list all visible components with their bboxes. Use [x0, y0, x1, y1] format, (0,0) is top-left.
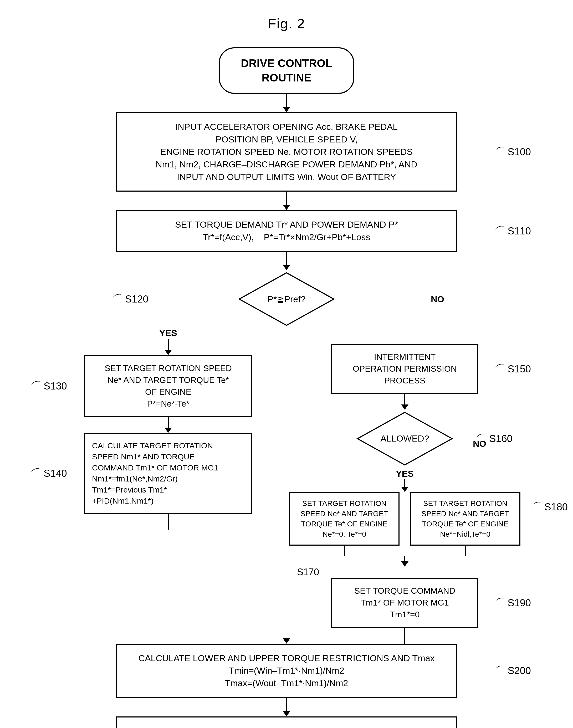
arrow-3: [286, 252, 287, 265]
s100-block: INPUT ACCELERATOR OPENING Acc, BRAKE PED…: [116, 112, 457, 192]
left-branch: YES SET TARGET ROTATION SPEED Ne* AND TA…: [50, 328, 286, 644]
s100-step: S100: [508, 146, 531, 158]
s175-block: SET TARGET ROTATION SPEED Ne* AND TARGET…: [289, 492, 400, 546]
s140-label-group: ⌒ S140: [32, 466, 67, 480]
s160-yes-arrowhead: [401, 487, 409, 492]
s200-arrow2: [283, 711, 290, 717]
s180-col: SET TARGET ROTATION SPEED Ne* AND TARGET…: [410, 492, 520, 556]
s140-bottom-arrow: [168, 514, 169, 530]
s130-arrow: [168, 417, 169, 428]
arrowhead-1: [283, 107, 290, 112]
s150-wrapper: INTERMITTENT OPERATION PERMISSION PROCES…: [331, 344, 478, 394]
s200-step: S200: [508, 665, 531, 676]
arrow-2: [286, 192, 287, 205]
figure-title: Fig. 2: [21, 16, 552, 32]
s120-diamond: P*≧Pref?: [237, 270, 336, 328]
s100-curve: ⌒: [493, 143, 508, 160]
s110-curve: ⌒: [493, 222, 508, 240]
s160-yes-arrow: [404, 479, 405, 487]
s180-step: S180: [544, 502, 568, 513]
s200-label-group: ⌒ S200: [496, 664, 531, 678]
s140-wrapper: CALCULATE TARGET ROTATION SPEED Nm1* AND…: [84, 433, 252, 514]
s130-arrowhead: [164, 428, 172, 433]
s160-diamond-wrap: ALLOWED? ⌒ S160: [355, 410, 455, 468]
s180-arrow: [465, 545, 466, 556]
s175-col: SET TARGET ROTATION SPEED Ne* AND TARGET…: [289, 492, 400, 556]
merge-arrow: [404, 556, 405, 561]
arrow-1: [286, 94, 287, 107]
page: Fig. 2 DRIVE CONTROLROUTINE INPUT ACCELE…: [0, 0, 573, 728]
s140-block: CALCULATE TARGET ROTATION SPEED Nm1* AND…: [84, 433, 252, 514]
s175-arrow: [344, 545, 345, 556]
arrowhead-2: [283, 205, 290, 210]
s180-block: SET TARGET ROTATION SPEED Ne* AND TARGET…: [410, 492, 520, 546]
s190-step: S190: [508, 597, 531, 609]
s200-arrow: [286, 698, 287, 711]
s120-step: S120: [125, 294, 149, 305]
s110-block: SET TORQUE DEMAND Tr* AND POWER DEMAND P…: [116, 210, 457, 252]
s150-block: INTERMITTENT OPERATION PERMISSION PROCES…: [331, 344, 478, 394]
s160-step: S160: [489, 433, 513, 444]
s130-step: S130: [44, 380, 67, 392]
s200-section: CALCULATE LOWER AND UPPER TORQUE RESTRIC…: [50, 638, 523, 728]
yes-label-s120: YES: [159, 328, 177, 338]
yes-arrow: [168, 339, 169, 350]
s120-no-label: NO: [431, 294, 444, 304]
s210-wrapper: CALCULATE TENTATIVE MOTOR TORQUE Tm2tmp …: [116, 717, 457, 728]
arrowhead-3: [283, 265, 290, 270]
split-container: YES SET TARGET ROTATION SPEED Ne* AND TA…: [50, 328, 523, 644]
s160-no-label: NO: [473, 438, 486, 449]
s130-label-group: ⌒ S130: [32, 379, 67, 393]
s130-wrapper: SET TARGET ROTATION SPEED Ne* AND TARGET…: [84, 355, 252, 417]
s170-text: S170: [297, 567, 319, 577]
s110-wrapper: SET TORQUE DEMAND Tr* AND POWER DEMAND P…: [116, 210, 457, 252]
s200-block: CALCULATE LOWER AND UPPER TORQUE RESTRIC…: [116, 644, 457, 698]
s190-label-group: ⌒ S190: [496, 595, 531, 610]
s170-label-row: S170: [297, 567, 319, 578]
s150-step: S150: [508, 363, 531, 374]
s190-block: SET TORQUE COMMAND Tm1* OF MOTOR MG1 Tm1…: [331, 578, 478, 628]
s140-step: S140: [44, 468, 67, 479]
s200-wrapper: CALCULATE LOWER AND UPPER TORQUE RESTRIC…: [116, 644, 457, 698]
s150-label-group: ⌒ S150: [496, 362, 531, 376]
s100-label-group: ⌒ S100: [496, 145, 531, 159]
s160-text: ALLOWED?: [380, 433, 429, 444]
s150-arrow: [404, 394, 405, 405]
sub-split: SET TARGET ROTATION SPEED Ne* AND TARGET…: [289, 492, 520, 556]
flowchart-container: DRIVE CONTROLROUTINE INPUT ACCELERATOR O…: [50, 47, 523, 728]
right-branch: INTERMITTENT OPERATION PERMISSION PROCES…: [286, 328, 523, 644]
s200-arrowhead: [283, 638, 290, 644]
s130-block: SET TARGET ROTATION SPEED Ne* AND TARGET…: [84, 355, 252, 417]
s160-yes-label: YES: [396, 469, 414, 479]
s150-arrowhead: [401, 405, 409, 410]
start-shape: DRIVE CONTROLROUTINE: [219, 47, 354, 94]
s210-block: CALCULATE TENTATIVE MOTOR TORQUE Tm2tmp …: [116, 717, 457, 728]
merge-arrowhead: [401, 561, 409, 567]
start-block: DRIVE CONTROLROUTINE: [219, 47, 354, 94]
s120-left-label: ⌒ S120: [113, 292, 149, 306]
s110-step: S110: [508, 225, 531, 237]
s120-text: P*≧Pref?: [267, 293, 305, 305]
s190-wrapper: SET TORQUE COMMAND Tm1* OF MOTOR MG1 Tm1…: [331, 578, 478, 628]
s100-wrapper: INPUT ACCELERATOR OPENING Acc, BRAKE PED…: [116, 112, 457, 192]
yes-arrowhead: [164, 350, 172, 355]
s180-label-group: ⌒ S180: [532, 500, 568, 514]
s120-row: ⌒ S120 P*≧Pref? NO: [50, 270, 523, 328]
s110-label-group: ⌒ S110: [496, 224, 531, 238]
